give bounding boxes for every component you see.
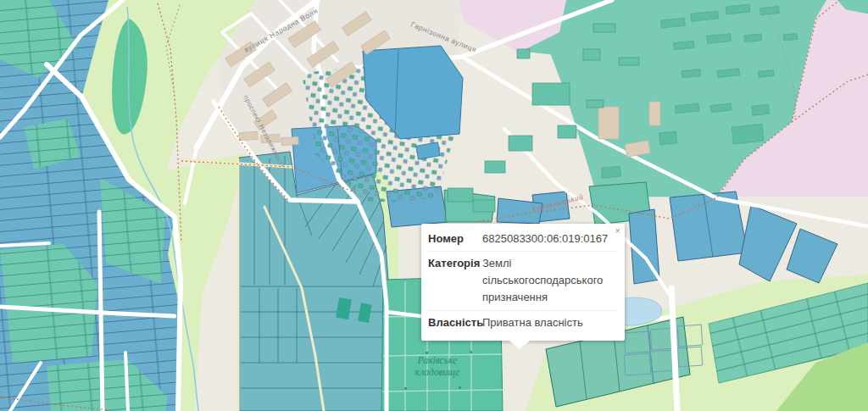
- popup-value-ownership: Приватна власність: [482, 314, 616, 331]
- popup-close-button[interactable]: ×: [615, 226, 620, 236]
- parcel-info-popup: × Номер 6825083300:06:019:0167 Категорія…: [421, 224, 625, 341]
- popup-arrow: [509, 341, 530, 349]
- popup-row-number: Номер 6825083300:06:019:0167: [428, 227, 616, 251]
- popup-value-category: Землі сільськогосподарського призначення: [482, 255, 616, 306]
- popup-label-ownership: Власність: [428, 314, 482, 331]
- cemetery-label-line1: Раківське: [417, 355, 457, 365]
- cadastral-map-canvas[interactable]: вулиця Народна Воля Гарнізонна вулиця пр…: [0, 0, 868, 411]
- popup-label-category: Категорія: [428, 255, 482, 306]
- popup-row-ownership: Власність Приватна власність: [428, 310, 616, 335]
- popup-label-number: Номер: [428, 230, 482, 247]
- cemetery-label-line2: кладовище: [415, 367, 460, 378]
- popup-value-number: 6825083300:06:019:0167: [482, 230, 616, 247]
- popup-row-category: Категорія Землі сільськогосподарського п…: [428, 251, 616, 309]
